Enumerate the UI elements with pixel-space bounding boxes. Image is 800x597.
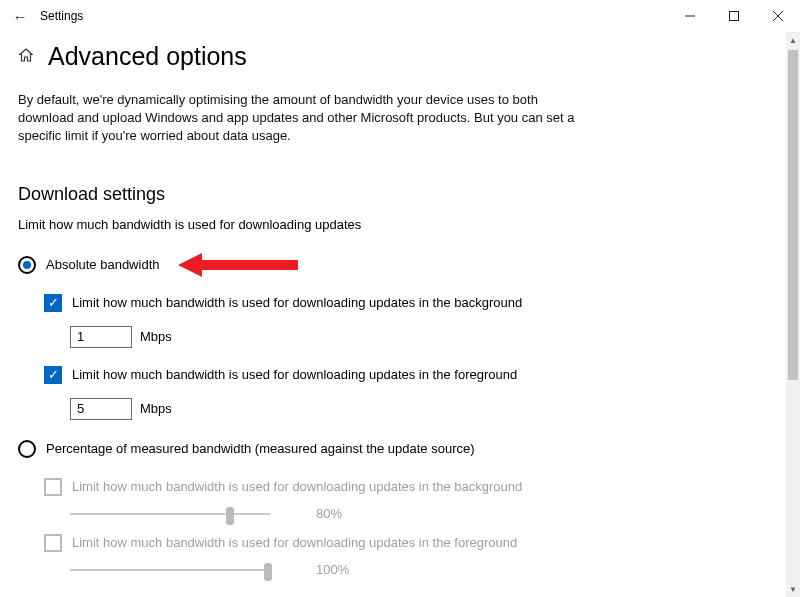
title-bar: ← Settings bbox=[0, 0, 800, 32]
content-area: By default, we're dynamically optimising… bbox=[18, 91, 578, 580]
absolute-bandwidth-option: Absolute bandwidth ✓ Limit how much band… bbox=[18, 256, 578, 420]
percentage-fg-check-row: Limit how much bandwidth is used for dow… bbox=[44, 534, 578, 552]
absolute-bandwidth-radio-row[interactable]: Absolute bandwidth bbox=[18, 256, 578, 274]
scroll-down-button[interactable]: ▼ bbox=[786, 581, 800, 597]
absolute-bg-input-row: Mbps bbox=[70, 326, 578, 348]
window-title: Settings bbox=[40, 9, 83, 23]
page-title: Advanced options bbox=[48, 42, 247, 71]
intro-text: By default, we're dynamically optimising… bbox=[18, 91, 578, 146]
percentage-bg-slider-row: 80% bbox=[70, 504, 578, 524]
close-button[interactable] bbox=[756, 0, 800, 32]
percentage-bg-value: 80% bbox=[316, 506, 342, 521]
checkbox-limit-fg-percentage bbox=[44, 534, 62, 552]
percentage-bandwidth-label: Percentage of measured bandwidth (measur… bbox=[46, 441, 475, 456]
percentage-bg-check-label: Limit how much bandwidth is used for dow… bbox=[72, 479, 522, 494]
absolute-fg-unit: Mbps bbox=[140, 401, 172, 416]
vertical-scrollbar[interactable]: ▲ ▼ bbox=[786, 32, 800, 597]
absolute-bandwidth-label: Absolute bandwidth bbox=[46, 257, 159, 272]
absolute-bg-check-label: Limit how much bandwidth is used for dow… bbox=[72, 295, 522, 310]
absolute-fg-block: ✓ Limit how much bandwidth is used for d… bbox=[44, 366, 578, 420]
percentage-bandwidth-option: Percentage of measured bandwidth (measur… bbox=[18, 440, 578, 580]
absolute-bg-input[interactable] bbox=[70, 326, 132, 348]
percentage-bg-block: Limit how much bandwidth is used for dow… bbox=[44, 478, 578, 524]
absolute-fg-input-row: Mbps bbox=[70, 398, 578, 420]
minimize-button[interactable] bbox=[668, 0, 712, 32]
download-settings-subtext: Limit how much bandwidth is used for dow… bbox=[18, 217, 578, 232]
checkbox-limit-bg-percentage bbox=[44, 478, 62, 496]
percentage-bg-check-row: Limit how much bandwidth is used for dow… bbox=[44, 478, 578, 496]
scrollbar-thumb[interactable] bbox=[788, 50, 798, 380]
svg-marker-5 bbox=[178, 253, 202, 277]
svg-rect-1 bbox=[730, 12, 739, 21]
absolute-fg-check-row[interactable]: ✓ Limit how much bandwidth is used for d… bbox=[44, 366, 578, 384]
percentage-fg-slider-row: 100% bbox=[70, 560, 578, 580]
percentage-fg-block: Limit how much bandwidth is used for dow… bbox=[44, 534, 578, 580]
radio-percentage-bandwidth[interactable] bbox=[18, 440, 36, 458]
absolute-bg-block: ✓ Limit how much bandwidth is used for d… bbox=[44, 294, 578, 348]
percentage-bandwidth-radio-row[interactable]: Percentage of measured bandwidth (measur… bbox=[18, 440, 578, 458]
home-icon[interactable] bbox=[18, 47, 34, 67]
radio-absolute-bandwidth[interactable] bbox=[18, 256, 36, 274]
absolute-fg-input[interactable] bbox=[70, 398, 132, 420]
scroll-up-button[interactable]: ▲ bbox=[786, 32, 800, 48]
absolute-bg-unit: Mbps bbox=[140, 329, 172, 344]
download-settings-heading: Download settings bbox=[18, 184, 578, 205]
percentage-bg-slider bbox=[70, 504, 270, 524]
percentage-fg-check-label: Limit how much bandwidth is used for dow… bbox=[72, 535, 517, 550]
annotation-arrow-icon bbox=[178, 250, 298, 280]
page-header: Advanced options bbox=[18, 42, 800, 71]
absolute-bg-check-row[interactable]: ✓ Limit how much bandwidth is used for d… bbox=[44, 294, 578, 312]
percentage-fg-slider bbox=[70, 560, 270, 580]
maximize-button[interactable] bbox=[712, 0, 756, 32]
checkbox-limit-bg-absolute[interactable]: ✓ bbox=[44, 294, 62, 312]
back-button[interactable]: ← bbox=[0, 8, 40, 25]
absolute-fg-check-label: Limit how much bandwidth is used for dow… bbox=[72, 367, 517, 382]
checkbox-limit-fg-absolute[interactable]: ✓ bbox=[44, 366, 62, 384]
window-controls bbox=[668, 0, 800, 32]
percentage-fg-value: 100% bbox=[316, 562, 349, 577]
